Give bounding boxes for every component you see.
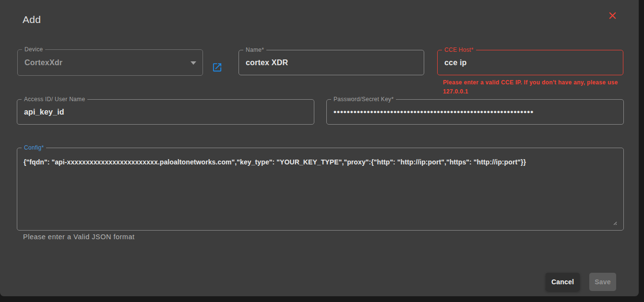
cce-host-value: cce ip <box>444 58 467 67</box>
access-id-input[interactable]: Access ID/ User Name api_key_id <box>17 99 314 125</box>
save-button[interactable]: Save <box>589 273 616 291</box>
name-input[interactable]: Name* cortex XDR <box>239 50 424 75</box>
cce-host-error-text: Please enter a valid CCE IP. If you don'… <box>443 78 635 96</box>
device-label: Device <box>22 46 45 53</box>
password-masked-value: ••••••••••••••••••••••••••••••••••••••••… <box>334 107 534 117</box>
open-in-new-icon <box>212 62 223 75</box>
password-label: Password/Secret Key* <box>331 96 396 103</box>
access-id-value: api_key_id <box>24 108 64 116</box>
name-value: cortex XDR <box>246 58 288 67</box>
close-icon <box>608 11 617 22</box>
close-button[interactable] <box>606 10 619 23</box>
chevron-down-icon <box>191 61 196 65</box>
access-id-label: Access ID/ User Name <box>22 96 87 103</box>
password-input[interactable]: Password/Secret Key* •••••••••••••••••••… <box>326 99 624 125</box>
config-value: {"fqdn": "api-xxxxxxxxxxxxxxxxxxxxxxxx.p… <box>24 157 617 167</box>
config-label: Config* <box>22 144 46 151</box>
device-value: CortexXdr <box>24 58 62 67</box>
config-textarea[interactable]: Config* {"fqdn": "api-xxxxxxxxxxxxxxxxxx… <box>17 148 624 231</box>
cce-host-label: CCE Host* <box>442 46 476 54</box>
name-label: Name* <box>243 46 266 54</box>
device-select[interactable]: Device CortexXdr <box>17 49 203 76</box>
add-dialog: Add Device CortexXdr Name* cortex XDR CC… <box>0 0 639 296</box>
cce-host-input[interactable]: CCE Host* cce ip <box>437 50 623 75</box>
dialog-title: Add <box>23 14 41 25</box>
config-helper-text: Please enter a Valid JSON format <box>23 233 135 241</box>
resize-handle-icon[interactable] <box>612 219 618 225</box>
cancel-button[interactable]: Cancel <box>546 273 580 291</box>
open-device-link-button[interactable] <box>210 61 224 75</box>
